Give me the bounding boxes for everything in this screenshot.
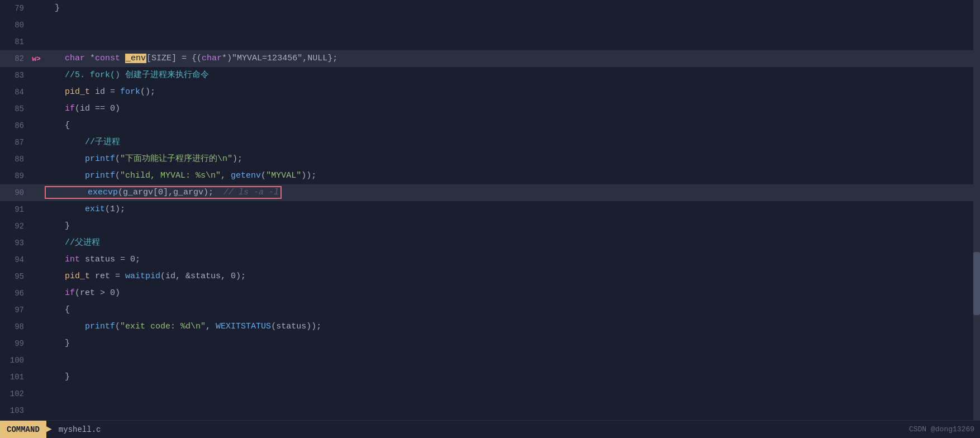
code-text: if(ret > 0) xyxy=(42,285,980,302)
line-number: 101 xyxy=(0,373,31,382)
line-marker: w> xyxy=(31,55,42,63)
scrollbar[interactable] xyxy=(973,0,980,420)
line-number: 97 xyxy=(0,306,31,315)
code-line: 80 xyxy=(0,17,980,34)
code-text: pid_t ret = waitpid(id, &status, 0); xyxy=(42,268,980,285)
line-number: 92 xyxy=(0,222,31,231)
code-line: 96 if(ret > 0) xyxy=(0,285,980,302)
code-line: 84 pid_t id = fork(); xyxy=(0,84,980,101)
line-number: 85 xyxy=(0,104,31,113)
code-line: 95 pid_t ret = waitpid(id, &status, 0); xyxy=(0,268,980,285)
code-line: 81 xyxy=(0,34,980,50)
code-line: 97 { xyxy=(0,302,980,318)
line-number: 102 xyxy=(0,389,31,398)
code-text: } xyxy=(42,369,980,385)
status-bar: COMMAND ► myshell.c CSDN @dong13269 xyxy=(0,420,980,438)
line-number: 103 xyxy=(0,406,31,415)
line-number: 79 xyxy=(0,4,31,13)
code-text: exit(1); xyxy=(42,201,980,218)
line-number: 90 xyxy=(0,188,31,197)
code-text: } xyxy=(42,0,980,17)
code-line: 89 printf("child, MYVAL: %s\n", getenv("… xyxy=(0,168,980,184)
line-number: 80 xyxy=(0,21,31,30)
code-text: pid_t id = fork(); xyxy=(42,84,980,101)
code-line: 100 xyxy=(0,352,980,369)
code-text: if(id == 0) xyxy=(42,101,980,117)
line-number: 86 xyxy=(0,121,31,130)
line-number: 88 xyxy=(0,155,31,164)
line-number: 94 xyxy=(0,255,31,264)
code-line: 98 printf("exit code: %d\n", WEXITSTATUS… xyxy=(0,318,980,335)
filename-label: myshell.c xyxy=(52,425,101,434)
line-number: 83 xyxy=(0,71,31,80)
status-right-text: CSDN @dong13269 xyxy=(909,425,980,434)
code-line: 92 } xyxy=(0,218,980,235)
code-text: printf("child, MYVAL: %s\n", getenv("MYV… xyxy=(42,168,980,184)
line-number: 100 xyxy=(0,356,31,365)
code-line: 99 } xyxy=(0,335,980,352)
code-line: 82w> char *const _env[SIZE] = {(char*)"M… xyxy=(0,50,980,67)
code-text: //子进程 xyxy=(42,134,980,151)
code-line: 93 //父进程 xyxy=(0,235,980,251)
code-line: 88 printf("下面功能让子程序进行的\n"); xyxy=(0,151,980,168)
code-text: printf("exit code: %d\n", WEXITSTATUS(st… xyxy=(42,318,980,335)
code-line: 90 execvp(g_argv[0],g_argv); // ls -a -l xyxy=(0,184,980,201)
line-number: 98 xyxy=(0,322,31,331)
scrollbar-thumb[interactable] xyxy=(973,252,980,315)
line-number: 89 xyxy=(0,172,31,180)
status-arrow: ► xyxy=(45,423,52,436)
code-line: 83 //5. fork() 创建子进程来执行命令 xyxy=(0,67,980,84)
code-text: //5. fork() 创建子进程来执行命令 xyxy=(42,67,980,84)
code-line: 94 int status = 0; xyxy=(0,251,980,268)
code-line: 91 exit(1); xyxy=(0,201,980,218)
code-line: 104} xyxy=(0,419,980,420)
line-number: 87 xyxy=(0,138,31,147)
code-text: int status = 0; xyxy=(42,251,980,268)
code-line: 102 xyxy=(0,385,980,402)
line-number: 82 xyxy=(0,54,31,63)
code-text: } xyxy=(42,335,980,352)
line-number: 95 xyxy=(0,272,31,281)
code-text: { xyxy=(42,117,980,134)
line-number: 93 xyxy=(0,239,31,247)
line-number: 96 xyxy=(0,289,31,298)
line-number: 99 xyxy=(0,339,31,348)
code-text: printf("下面功能让子程序进行的\n"); xyxy=(42,151,980,168)
code-line: 101 } xyxy=(0,369,980,385)
code-text: //父进程 xyxy=(42,235,980,251)
code-line: 86 { xyxy=(0,117,980,134)
code-line: 87 //子进程 xyxy=(0,134,980,151)
mode-indicator: COMMAND xyxy=(0,421,46,439)
code-text: { xyxy=(42,302,980,318)
code-text: } xyxy=(42,218,980,235)
line-number: 81 xyxy=(0,37,31,46)
code-line: 85 if(id == 0) xyxy=(0,101,980,117)
editor-area: 79 }808182w> char *const _env[SIZE] = {(… xyxy=(0,0,980,420)
code-text: char *const _env[SIZE] = {(char*)"MYVAL=… xyxy=(42,50,980,67)
code-line: 103 xyxy=(0,402,980,419)
code-text: execvp(g_argv[0],g_argv); // ls -a -l xyxy=(42,184,980,201)
line-number: 84 xyxy=(0,88,31,97)
code-text: } xyxy=(42,419,980,420)
line-number: 91 xyxy=(0,205,31,214)
code-line: 79 } xyxy=(0,0,980,17)
code-editor: 79 }808182w> char *const _env[SIZE] = {(… xyxy=(0,0,980,420)
